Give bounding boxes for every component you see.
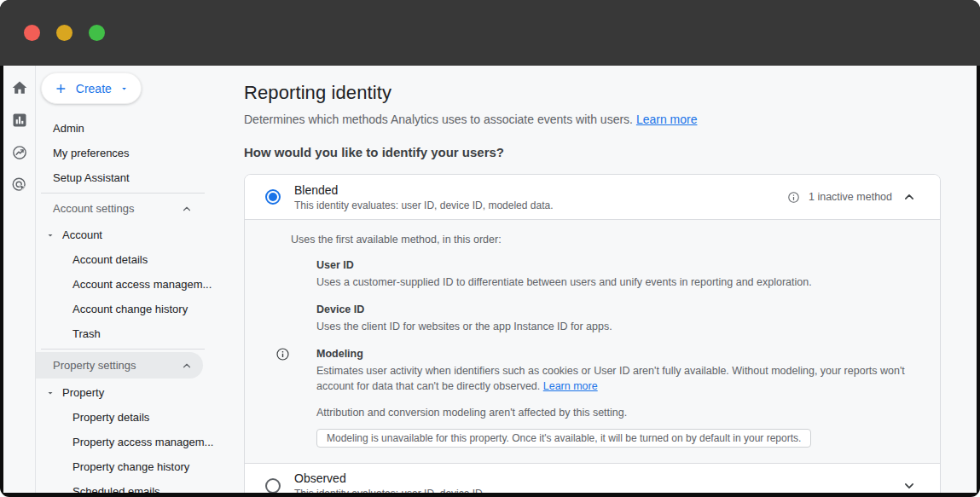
observed-subtitle: This identity evaluates: user ID, device… xyxy=(294,488,485,493)
observed-option-text: Observed This identity evaluates: user I… xyxy=(294,471,485,493)
window-titlebar xyxy=(0,0,980,66)
sidebar-item-label: Account change history xyxy=(72,303,188,315)
observed-header-right xyxy=(901,477,918,494)
home-icon[interactable] xyxy=(11,79,28,96)
blended-option-header[interactable]: Blended This identity evaluates: user ID… xyxy=(245,175,940,219)
reports-icon[interactable] xyxy=(11,112,28,129)
caret-down-icon xyxy=(45,388,55,398)
sidebar-item-label: My preferences xyxy=(53,147,130,159)
page-description-text: Determines which methods Analytics uses … xyxy=(244,113,633,126)
blended-header-right: 1 inactive method xyxy=(787,188,918,205)
method-user-id: User ID Uses a customer-supplied ID to d… xyxy=(316,259,914,290)
sidebar-item-trash[interactable]: Trash xyxy=(36,321,227,346)
modeling-description-text: Estimates user activity when identifiers… xyxy=(316,365,905,392)
chevron-up-icon xyxy=(181,203,193,215)
plus-icon xyxy=(54,81,68,96)
caret-down-icon xyxy=(45,230,55,240)
explore-icon[interactable] xyxy=(11,144,28,161)
method-modeling: Modeling Estimates user activity when id… xyxy=(316,348,914,418)
blended-radio[interactable] xyxy=(265,189,281,205)
zoom-window-button[interactable] xyxy=(89,25,105,41)
minimize-window-button[interactable] xyxy=(56,25,72,41)
sidebar-item-label: Setup Assistant xyxy=(53,171,130,184)
sidebar-item-account-change-history[interactable]: Account change history xyxy=(36,297,227,321)
close-window-button[interactable] xyxy=(24,25,40,41)
modeling-note: Attribution and conversion modeling aren… xyxy=(316,407,914,419)
expand-observed-icon[interactable] xyxy=(901,477,918,494)
blended-title: Blended xyxy=(294,183,554,197)
sidebar-item-account-details[interactable]: Account details xyxy=(36,247,227,272)
chevron-down-icon xyxy=(119,84,129,94)
modeling-unavailable-note: Modeling is unavailable for this propert… xyxy=(316,429,811,448)
collapse-blended-icon[interactable] xyxy=(901,188,918,205)
app-window: Create Admin My preferences Setup Assist… xyxy=(0,0,980,497)
observed-title: Observed xyxy=(294,471,485,485)
sidebar-item-label: Account access managem... xyxy=(72,278,212,291)
sidebar-item-label: Admin xyxy=(53,122,84,135)
sidebar-item-property[interactable]: Property xyxy=(36,380,227,405)
identity-options-card: Blended This identity evaluates: user ID… xyxy=(244,174,941,493)
sidebar-item-property-change-history[interactable]: Property change history xyxy=(36,454,227,479)
sidebar-item-my-preferences[interactable]: My preferences xyxy=(36,141,227,165)
sidebar-item-property-access-management[interactable]: Property access managem... xyxy=(36,430,227,454)
create-button-label: Create xyxy=(76,82,112,95)
learn-more-link[interactable]: Learn more xyxy=(636,113,698,126)
sidebar-item-account[interactable]: Account xyxy=(36,222,227,247)
sidebar-item-setup-assistant[interactable]: Setup Assistant xyxy=(36,165,227,190)
sidebar-item-label: Property change history xyxy=(72,460,189,473)
sidebar-item-label: Property access managem... xyxy=(72,436,213,448)
observed-option-header[interactable]: Observed This identity evaluates: user I… xyxy=(245,464,940,494)
sidebar-item-scheduled-emails[interactable]: Scheduled emails xyxy=(36,479,227,493)
modeling-learn-more-link[interactable]: Learn more xyxy=(543,380,598,392)
window-frame: Create Admin My preferences Setup Assist… xyxy=(0,0,980,497)
method-description: Estimates user activity when identifiers… xyxy=(316,363,914,394)
inactive-method-badge: 1 inactive method xyxy=(809,191,892,203)
method-name: Device ID xyxy=(316,303,914,315)
method-description: Uses the client ID for websites or the a… xyxy=(316,319,914,334)
page-description: Determines which methods Analytics uses … xyxy=(244,113,977,126)
nav-rail xyxy=(3,66,36,493)
sidebar-item-label: Property xyxy=(62,386,104,399)
section-label: Account settings xyxy=(53,202,134,215)
method-description: Uses a customer-supplied ID to different… xyxy=(316,275,914,290)
admin-sidebar: Create Admin My preferences Setup Assist… xyxy=(36,66,227,493)
method-device-id: Device ID Uses the client ID for website… xyxy=(316,303,914,334)
sidebar-item-admin[interactable]: Admin xyxy=(36,116,227,141)
window-content: Create Admin My preferences Setup Assist… xyxy=(3,66,977,493)
advertising-icon[interactable] xyxy=(11,176,28,194)
create-button[interactable]: Create xyxy=(41,72,142,104)
blended-details: Uses the first available method, in this… xyxy=(245,219,940,464)
radio-dot xyxy=(269,193,277,201)
sidebar-item-label: Account xyxy=(62,228,102,241)
blended-subtitle: This identity evaluates: user ID, device… xyxy=(294,199,554,211)
observed-radio[interactable] xyxy=(265,478,281,494)
sidebar-divider xyxy=(41,193,205,194)
method-name: Modeling xyxy=(316,348,914,360)
sidebar-item-account-access-management[interactable]: Account access managem... xyxy=(36,272,227,297)
sidebar-section-property-settings[interactable]: Property settings xyxy=(36,352,203,379)
method-name: User ID xyxy=(316,259,914,271)
sidebar-section-account-settings[interactable]: Account settings xyxy=(36,196,203,221)
sidebar-item-property-details[interactable]: Property details xyxy=(36,405,227,430)
info-icon xyxy=(275,347,290,361)
sidebar-item-label: Property details xyxy=(72,411,149,424)
sidebar-item-label: Trash xyxy=(72,327,101,340)
reporting-identity-panel: Reporting identity Determines which meth… xyxy=(227,66,977,493)
info-icon xyxy=(787,191,800,204)
sidebar-item-label: Scheduled emails xyxy=(72,485,160,493)
blended-intro: Uses the first available method, in this… xyxy=(291,234,914,246)
page-title: Reporting identity xyxy=(244,82,977,104)
sidebar-divider xyxy=(41,349,205,350)
identify-users-question: How would you like to identify your user… xyxy=(244,145,977,159)
sidebar-item-label: Account details xyxy=(72,253,148,266)
section-label: Property settings xyxy=(53,359,136,372)
chevron-up-icon xyxy=(181,360,193,372)
blended-option-text: Blended This identity evaluates: user ID… xyxy=(294,183,554,211)
